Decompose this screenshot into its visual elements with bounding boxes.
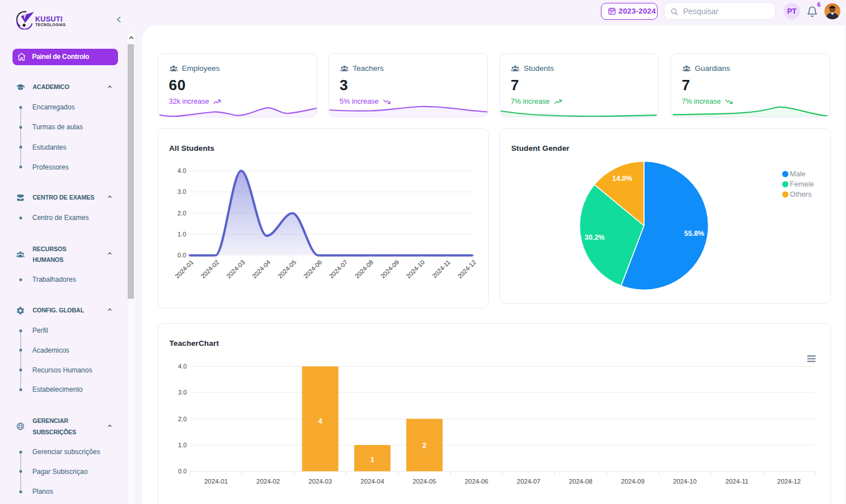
svg-text:14.0%: 14.0% xyxy=(612,175,632,183)
svg-text:30.2%: 30.2% xyxy=(584,234,604,242)
svg-text:2024-08: 2024-08 xyxy=(353,259,374,279)
svg-text:2.0: 2.0 xyxy=(177,210,186,217)
svg-text:2024-11: 2024-11 xyxy=(725,478,748,485)
svg-text:1.0: 1.0 xyxy=(177,231,186,238)
svg-text:2024-10: 2024-10 xyxy=(673,478,696,485)
svg-text:2024-12: 2024-12 xyxy=(456,259,477,279)
svg-text:2024-05: 2024-05 xyxy=(276,259,297,279)
svg-text:2.0: 2.0 xyxy=(178,416,186,422)
svg-text:2024-01: 2024-01 xyxy=(204,478,228,485)
svg-text:2024-03: 2024-03 xyxy=(225,259,246,279)
svg-text:2024-10: 2024-10 xyxy=(405,259,426,279)
svg-text:Femele: Femele xyxy=(790,180,814,188)
svg-text:4.0: 4.0 xyxy=(177,167,186,174)
svg-text:3.0: 3.0 xyxy=(177,188,186,195)
svg-text:2024-12: 2024-12 xyxy=(777,478,800,485)
svg-text:2024-03: 2024-03 xyxy=(308,478,331,485)
svg-text:2024-09: 2024-09 xyxy=(621,478,644,485)
svg-text:Others: Others xyxy=(790,190,811,198)
svg-text:2024-08: 2024-08 xyxy=(569,478,592,485)
svg-text:3.0: 3.0 xyxy=(178,389,186,396)
svg-text:2024-02: 2024-02 xyxy=(256,478,279,485)
svg-text:4.0: 4.0 xyxy=(178,363,186,370)
svg-text:2024-11: 2024-11 xyxy=(431,259,451,279)
svg-text:1: 1 xyxy=(370,456,374,464)
svg-text:55.8%: 55.8% xyxy=(684,230,704,238)
svg-text:Male: Male xyxy=(790,170,806,178)
svg-text:2024-07: 2024-07 xyxy=(327,259,348,279)
svg-text:2024-04: 2024-04 xyxy=(360,478,384,485)
svg-text:2024-02: 2024-02 xyxy=(199,259,220,279)
svg-text:2024-06: 2024-06 xyxy=(465,478,488,485)
svg-text:1.0: 1.0 xyxy=(178,442,186,448)
svg-text:4: 4 xyxy=(318,417,322,425)
svg-text:2024-05: 2024-05 xyxy=(413,478,436,485)
svg-text:2024-06: 2024-06 xyxy=(302,259,323,279)
svg-text:2: 2 xyxy=(422,442,426,450)
svg-text:2024-07: 2024-07 xyxy=(516,478,540,485)
svg-text:2024-04: 2024-04 xyxy=(250,259,271,279)
svg-text:2024-09: 2024-09 xyxy=(379,259,400,279)
svg-text:0.0: 0.0 xyxy=(177,252,186,259)
svg-text:0.0: 0.0 xyxy=(178,468,186,475)
svg-text:2024-01: 2024-01 xyxy=(174,259,195,279)
